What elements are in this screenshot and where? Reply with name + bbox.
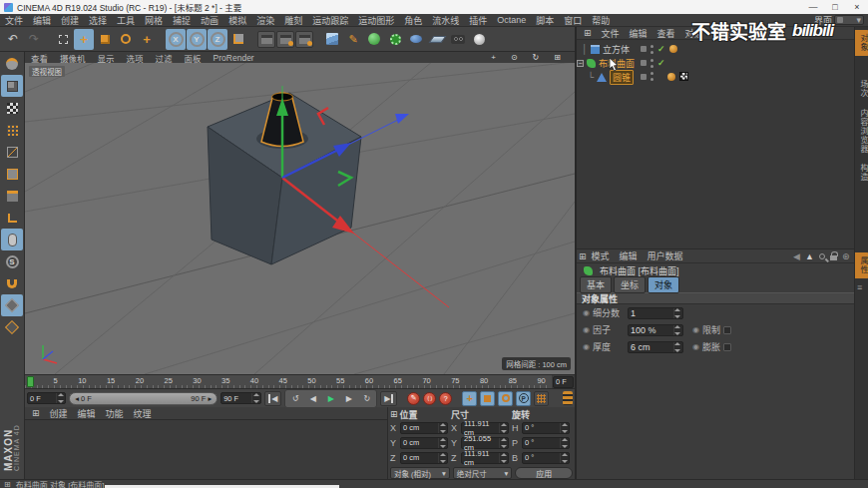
enable-axis-button[interactable]	[1, 185, 23, 207]
keyframe-circle-icon[interactable]: ◉	[692, 325, 699, 334]
history-back-icon[interactable]: ◀	[793, 251, 800, 261]
goto-end-button[interactable]: ▶	[380, 391, 397, 406]
frame-range-slider[interactable]: ◂ 0 F 90 F ▸	[69, 392, 217, 405]
object-name[interactable]: 立方体	[603, 43, 630, 56]
gear-icon[interactable]: ⊛	[842, 251, 850, 261]
last-tool-button[interactable]: +	[137, 29, 157, 50]
axis-mode-button[interactable]	[1, 207, 23, 229]
vp-menu-filter[interactable]: 过滤	[150, 52, 179, 64]
edges-mode-button[interactable]	[1, 141, 23, 163]
key-scale-button[interactable]	[480, 391, 495, 406]
object-row-cloth-surface[interactable]: − 布料曲面	[577, 56, 635, 70]
object-properties-header[interactable]: 对象属性	[577, 292, 868, 304]
workplane-lock-button[interactable]	[1, 294, 23, 316]
layer-color-icon[interactable]	[641, 74, 647, 80]
toggle-view-icon[interactable]: ⊞	[548, 53, 567, 62]
om-menu-objects[interactable]: 对象	[680, 27, 708, 40]
add-light-button[interactable]	[469, 29, 489, 50]
add-camera-button[interactable]	[448, 29, 468, 50]
vp-menu-panel[interactable]: 面板	[179, 52, 208, 64]
panel-grid-icon[interactable]: ⊞	[390, 409, 398, 419]
menu-mesh[interactable]: 网格	[140, 14, 168, 27]
tab-content-browser[interactable]: 内容浏览器	[855, 105, 868, 157]
maximize-button[interactable]: □	[824, 2, 846, 12]
menu-render[interactable]: 渲染	[251, 14, 279, 27]
mat-menu-function[interactable]: 功能	[101, 407, 129, 420]
layer-color-icon[interactable]	[641, 60, 647, 66]
tab-object[interactable]: 对象	[648, 276, 679, 293]
object-row-cube[interactable]: │ 立方体	[581, 42, 630, 56]
key-parameter-button[interactable]: P	[516, 391, 531, 406]
menu-simulate[interactable]: 模拟	[223, 14, 251, 27]
model-mode-button[interactable]	[1, 75, 23, 97]
move-tool-button[interactable]: +	[74, 29, 94, 50]
pan-view-icon[interactable]: +	[485, 53, 502, 62]
viewport-solo-button[interactable]	[1, 229, 23, 250]
size-z-field[interactable]: 111.911 cm	[461, 452, 509, 464]
keyframe-circle-icon[interactable]: ◉	[583, 308, 590, 317]
mat-menu-texture[interactable]: 纹理	[129, 407, 157, 420]
rotation-b-field[interactable]: 0 °	[522, 452, 570, 464]
redo-button[interactable]: ↷	[24, 29, 44, 50]
panel-grid-icon[interactable]: ⊞	[579, 28, 597, 38]
undo-button[interactable]: ↶	[3, 29, 23, 50]
add-cube-button[interactable]	[322, 29, 342, 50]
om-menu-tags[interactable]: 标签	[708, 27, 736, 40]
vp-menu-options[interactable]: 选项	[121, 52, 150, 64]
key-position-button[interactable]: +	[462, 391, 477, 406]
position-y-field[interactable]: 0 cm	[400, 437, 448, 449]
size-y-field[interactable]: 251.055 cm	[461, 437, 509, 449]
rotation-h-field[interactable]: 0 °	[522, 422, 570, 434]
timeline-ruler[interactable]: 05 1015 2025 3035 4045 5055 6065 7075 80…	[25, 374, 552, 388]
spinner-icon[interactable]	[673, 342, 680, 352]
end-frame-field[interactable]: 90 F	[220, 392, 261, 404]
expand-checkbox[interactable]	[723, 343, 731, 351]
enabled-check-icon[interactable]: ✓	[657, 44, 665, 54]
enabled-check-icon[interactable]: ✓	[657, 58, 665, 68]
texture-mode-button[interactable]	[1, 97, 23, 119]
menu-help[interactable]: 帮助	[587, 14, 615, 27]
vp-menu-cameras[interactable]: 摄像机	[54, 52, 92, 64]
am-menu-edit[interactable]: 编辑	[615, 249, 643, 262]
minimize-button[interactable]: —	[802, 2, 824, 12]
size-mode-dropdown[interactable]: 绝对尺寸 ▾	[453, 467, 513, 479]
visibility-dots-icon[interactable]	[651, 72, 653, 81]
add-environment-button[interactable]	[406, 29, 426, 50]
thickness-field[interactable]: 6 cm	[628, 341, 683, 353]
search-icon[interactable]	[819, 253, 825, 259]
tab-attributes[interactable]: 属性	[855, 252, 868, 278]
add-generator-button[interactable]	[364, 29, 384, 50]
playhead-marker[interactable]	[27, 376, 34, 387]
spinner-icon[interactable]	[560, 453, 567, 463]
menu-octane[interactable]: Octane	[492, 15, 531, 25]
om-menu-view[interactable]: 查看	[652, 27, 680, 40]
menu-create[interactable]: 创建	[56, 14, 84, 27]
spinner-icon[interactable]	[438, 453, 445, 463]
autokey-button[interactable]: ( )	[423, 392, 436, 405]
tab-takes[interactable]: 场次	[855, 77, 868, 101]
rotation-p-field[interactable]: 0 °	[522, 437, 570, 449]
coord-mode-dropdown[interactable]: 对象 (相对) ▾	[390, 467, 450, 479]
subdivisions-field[interactable]: 1	[628, 307, 683, 319]
phong-tag-icon[interactable]	[667, 73, 675, 81]
spinner-icon[interactable]	[438, 438, 445, 448]
next-frame-button[interactable]: ▶	[340, 391, 357, 406]
mat-menu-edit[interactable]: 编辑	[73, 407, 101, 420]
spinner-icon[interactable]	[673, 325, 680, 335]
lock-icon[interactable]	[830, 255, 837, 260]
om-menu-file[interactable]: 文件	[597, 27, 625, 40]
menu-script[interactable]: 脚本	[531, 14, 559, 27]
play-backwards-loop-button[interactable]: ↻	[286, 391, 303, 406]
keyframe-circle-icon[interactable]: ◉	[583, 342, 590, 351]
play-button[interactable]: ▶	[322, 391, 339, 406]
spinner-icon[interactable]	[438, 423, 445, 433]
panel-grid-icon[interactable]: ⊞	[579, 251, 587, 261]
key-point-level-button[interactable]	[534, 391, 549, 406]
menu-tools[interactable]: 工具	[112, 14, 140, 27]
rotate-view-icon[interactable]: ↻	[527, 53, 546, 62]
menu-mograph[interactable]: 运动图形	[353, 14, 399, 27]
polygons-mode-button[interactable]	[1, 163, 23, 185]
menu-motion-tracker[interactable]: 运动跟踪	[307, 14, 353, 27]
rotate-tool-button[interactable]	[116, 29, 136, 50]
menu-plugins[interactable]: 插件	[464, 14, 492, 27]
